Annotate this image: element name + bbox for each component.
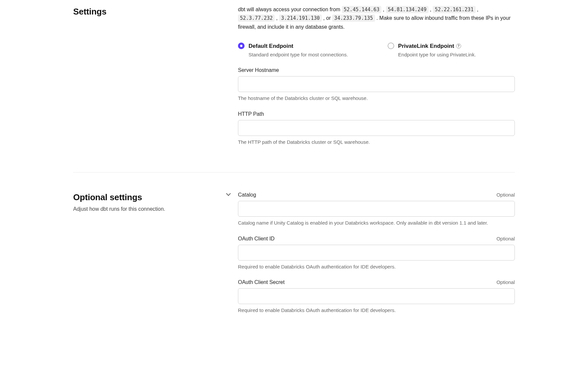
endpoint-default-desc: Standard endpoint type for most connecti… <box>249 51 348 59</box>
oauth-client-secret-label: OAuth Client Secret <box>238 278 284 286</box>
catalog-label: Catalog <box>238 191 256 199</box>
ip-badge: 54.81.134.249 <box>386 6 428 13</box>
chevron-down-icon[interactable] <box>225 191 231 197</box>
intro-prefix: dbt will always access your connection f… <box>238 7 342 12</box>
optional-badge: Optional <box>496 279 515 286</box>
oauth-client-id-help: Required to enable Databricks OAuth auth… <box>238 263 515 271</box>
endpoint-privatelink-title: PrivateLink Endpoint <box>398 42 454 50</box>
oauth-client-id-label: OAuth Client ID <box>238 235 275 243</box>
oauth-client-secret-input[interactable] <box>238 288 515 304</box>
endpoint-default-title: Default Endpoint <box>249 42 348 50</box>
endpoint-privatelink-option[interactable]: PrivateLink Endpoint Endpoint type for u… <box>388 42 476 58</box>
ip-badge: 52.45.144.63 <box>342 6 381 13</box>
radio-icon[interactable] <box>388 43 394 49</box>
optional-settings-title: Optional settings <box>73 191 165 204</box>
http-path-help: The HTTP path of the Databricks cluster … <box>238 139 515 146</box>
server-hostname-input[interactable] <box>238 76 515 92</box>
endpoint-default-option[interactable]: Default Endpoint Standard endpoint type … <box>238 42 348 58</box>
ip-badge: 52.22.161.231 <box>433 6 475 13</box>
server-hostname-label: Server Hostname <box>238 66 279 74</box>
catalog-input[interactable] <box>238 201 515 217</box>
ip-badge: 52.3.77.232 <box>238 15 275 22</box>
optional-settings-subtitle: Adjust how dbt runs for this connection. <box>73 205 165 213</box>
ip-badge: 3.214.191.130 <box>279 15 322 22</box>
http-path-label: HTTP Path <box>238 110 264 118</box>
oauth-client-id-input[interactable] <box>238 245 515 261</box>
radio-icon[interactable] <box>238 43 245 49</box>
endpoint-privatelink-desc: Endpoint type for using PrivateLink. <box>398 51 476 59</box>
page-title: Settings <box>73 5 231 18</box>
catalog-help: Catalog name if Unity Catalog is enabled… <box>238 219 515 227</box>
ip-badge: 34.233.79.135 <box>332 15 375 22</box>
http-path-input[interactable] <box>238 120 515 136</box>
optional-badge: Optional <box>496 191 515 199</box>
oauth-client-secret-help: Required to enable Databricks OAuth auth… <box>238 307 515 314</box>
optional-badge: Optional <box>496 235 515 243</box>
help-icon[interactable] <box>456 44 461 48</box>
ip-intro-text: dbt will always access your connection f… <box>238 5 515 31</box>
server-hostname-help: The hostname of the Databricks cluster o… <box>238 95 515 102</box>
section-divider <box>73 172 515 172</box>
